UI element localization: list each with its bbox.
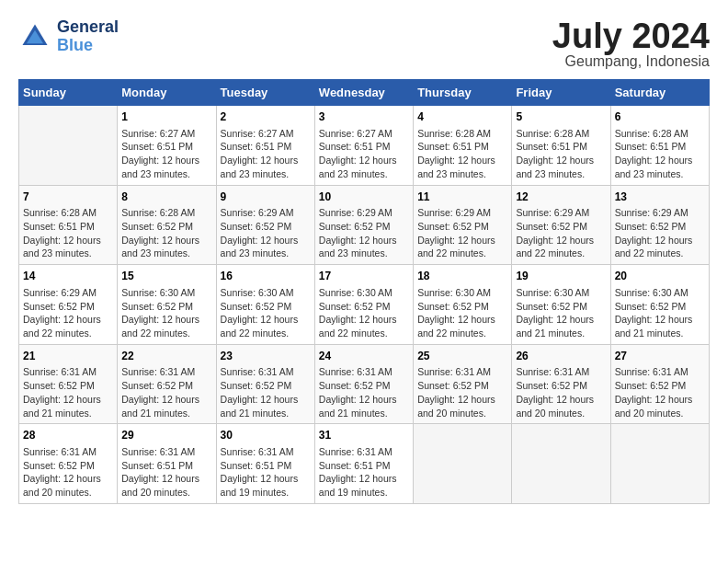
day-info: Sunrise: 6:28 AM Sunset: 6:51 PM Dayligh… (417, 127, 507, 181)
day-info: Sunrise: 6:31 AM Sunset: 6:51 PM Dayligh… (121, 445, 211, 500)
day-number: 23 (221, 349, 311, 364)
logo: General Blue (18, 18, 119, 55)
day-info: Sunrise: 6:28 AM Sunset: 6:52 PM Dayligh… (121, 206, 211, 260)
col-header-wednesday: Wednesday (314, 80, 413, 106)
day-info: Sunrise: 6:31 AM Sunset: 6:51 PM Dayligh… (221, 445, 311, 500)
day-number: 17 (319, 269, 409, 284)
calendar-cell: 24Sunrise: 6:31 AM Sunset: 6:52 PM Dayli… (314, 344, 413, 424)
day-info: Sunrise: 6:29 AM Sunset: 6:52 PM Dayligh… (615, 206, 705, 260)
col-header-friday: Friday (512, 80, 610, 106)
calendar-cell (414, 424, 512, 504)
day-number: 14 (23, 269, 113, 284)
calendar-week-row: 21Sunrise: 6:31 AM Sunset: 6:52 PM Dayli… (19, 344, 710, 424)
day-number: 20 (615, 269, 705, 284)
day-number: 2 (221, 109, 311, 125)
day-number: 18 (417, 269, 507, 284)
day-number: 8 (121, 190, 211, 205)
day-info: Sunrise: 6:28 AM Sunset: 6:51 PM Dayligh… (516, 127, 606, 181)
calendar-cell: 22Sunrise: 6:31 AM Sunset: 6:52 PM Dayli… (118, 344, 216, 424)
day-info: Sunrise: 6:29 AM Sunset: 6:52 PM Dayligh… (221, 206, 311, 260)
day-info: Sunrise: 6:31 AM Sunset: 6:52 PM Dayligh… (23, 365, 113, 419)
day-info: Sunrise: 6:30 AM Sunset: 6:52 PM Dayligh… (417, 286, 507, 340)
calendar-cell (512, 424, 610, 504)
day-number: 13 (615, 190, 705, 205)
day-info: Sunrise: 6:29 AM Sunset: 6:52 PM Dayligh… (516, 206, 606, 260)
day-number: 3 (319, 109, 409, 125)
day-info: Sunrise: 6:28 AM Sunset: 6:51 PM Dayligh… (23, 206, 113, 260)
calendar-week-row: 28Sunrise: 6:31 AM Sunset: 6:52 PM Dayli… (19, 424, 710, 504)
calendar-cell: 8Sunrise: 6:28 AM Sunset: 6:52 PM Daylig… (118, 185, 216, 265)
day-number: 10 (319, 190, 409, 205)
calendar-header-row: SundayMondayTuesdayWednesdayThursdayFrid… (19, 80, 710, 106)
day-number: 12 (516, 190, 606, 205)
day-info: Sunrise: 6:27 AM Sunset: 6:51 PM Dayligh… (221, 127, 311, 181)
col-header-thursday: Thursday (414, 80, 512, 106)
day-info: Sunrise: 6:29 AM Sunset: 6:52 PM Dayligh… (23, 286, 113, 340)
calendar-cell: 12Sunrise: 6:29 AM Sunset: 6:52 PM Dayli… (512, 185, 610, 265)
day-info: Sunrise: 6:30 AM Sunset: 6:52 PM Dayligh… (615, 286, 705, 340)
calendar-cell: 17Sunrise: 6:30 AM Sunset: 6:52 PM Dayli… (314, 265, 413, 345)
calendar-week-row: 1Sunrise: 6:27 AM Sunset: 6:51 PM Daylig… (19, 106, 710, 186)
day-info: Sunrise: 6:29 AM Sunset: 6:52 PM Dayligh… (319, 206, 409, 260)
day-number: 24 (319, 349, 409, 364)
calendar-cell: 2Sunrise: 6:27 AM Sunset: 6:51 PM Daylig… (216, 106, 314, 186)
day-number: 7 (23, 190, 113, 205)
day-number: 26 (516, 349, 606, 364)
col-header-sunday: Sunday (19, 80, 118, 106)
calendar-cell: 26Sunrise: 6:31 AM Sunset: 6:52 PM Dayli… (512, 344, 610, 424)
calendar-cell: 21Sunrise: 6:31 AM Sunset: 6:52 PM Dayli… (19, 344, 118, 424)
day-info: Sunrise: 6:31 AM Sunset: 6:52 PM Dayligh… (319, 365, 409, 419)
day-number: 30 (221, 428, 311, 443)
day-info: Sunrise: 6:31 AM Sunset: 6:51 PM Dayligh… (319, 445, 409, 500)
day-info: Sunrise: 6:31 AM Sunset: 6:52 PM Dayligh… (417, 365, 507, 419)
calendar-cell: 30Sunrise: 6:31 AM Sunset: 6:51 PM Dayli… (216, 424, 314, 504)
day-info: Sunrise: 6:27 AM Sunset: 6:51 PM Dayligh… (121, 127, 211, 181)
day-number: 16 (221, 269, 311, 284)
calendar-cell: 25Sunrise: 6:31 AM Sunset: 6:52 PM Dayli… (414, 344, 512, 424)
day-number: 27 (615, 349, 705, 364)
day-number: 4 (417, 109, 507, 125)
day-number: 5 (516, 109, 606, 125)
day-info: Sunrise: 6:27 AM Sunset: 6:51 PM Dayligh… (319, 127, 409, 181)
day-info: Sunrise: 6:28 AM Sunset: 6:51 PM Dayligh… (615, 127, 705, 181)
calendar-cell (19, 106, 118, 186)
day-info: Sunrise: 6:30 AM Sunset: 6:52 PM Dayligh… (221, 286, 311, 340)
calendar-cell: 19Sunrise: 6:30 AM Sunset: 6:52 PM Dayli… (512, 265, 610, 345)
calendar-cell: 10Sunrise: 6:29 AM Sunset: 6:52 PM Dayli… (314, 185, 413, 265)
logo-icon (18, 20, 51, 53)
calendar-cell: 14Sunrise: 6:29 AM Sunset: 6:52 PM Dayli… (19, 265, 118, 345)
day-info: Sunrise: 6:30 AM Sunset: 6:52 PM Dayligh… (516, 286, 606, 340)
calendar-cell: 3Sunrise: 6:27 AM Sunset: 6:51 PM Daylig… (314, 106, 413, 186)
day-number: 21 (23, 349, 113, 364)
month-year: July 2024 (552, 18, 710, 53)
calendar-week-row: 14Sunrise: 6:29 AM Sunset: 6:52 PM Dayli… (19, 265, 710, 345)
day-number: 19 (516, 269, 606, 284)
calendar-cell: 28Sunrise: 6:31 AM Sunset: 6:52 PM Dayli… (19, 424, 118, 504)
location: Geumpang, Indonesia (552, 53, 710, 70)
col-header-saturday: Saturday (610, 80, 709, 106)
calendar-cell: 4Sunrise: 6:28 AM Sunset: 6:51 PM Daylig… (414, 106, 512, 186)
page-header: General Blue July 2024 Geumpang, Indones… (18, 18, 710, 70)
day-number: 28 (23, 428, 113, 443)
day-number: 31 (319, 428, 409, 443)
calendar-cell: 15Sunrise: 6:30 AM Sunset: 6:52 PM Dayli… (118, 265, 216, 345)
col-header-monday: Monday (118, 80, 216, 106)
title-block: July 2024 Geumpang, Indonesia (552, 18, 710, 70)
day-number: 25 (417, 349, 507, 364)
day-number: 11 (417, 190, 507, 205)
day-info: Sunrise: 6:29 AM Sunset: 6:52 PM Dayligh… (417, 206, 507, 260)
col-header-tuesday: Tuesday (216, 80, 314, 106)
calendar-cell: 11Sunrise: 6:29 AM Sunset: 6:52 PM Dayli… (414, 185, 512, 265)
day-number: 15 (121, 269, 211, 284)
calendar-cell: 9Sunrise: 6:29 AM Sunset: 6:52 PM Daylig… (216, 185, 314, 265)
calendar-cell: 20Sunrise: 6:30 AM Sunset: 6:52 PM Dayli… (610, 265, 709, 345)
calendar-cell: 7Sunrise: 6:28 AM Sunset: 6:51 PM Daylig… (19, 185, 118, 265)
calendar-cell: 31Sunrise: 6:31 AM Sunset: 6:51 PM Dayli… (314, 424, 413, 504)
logo-text: General Blue (57, 18, 119, 55)
day-info: Sunrise: 6:30 AM Sunset: 6:52 PM Dayligh… (121, 286, 211, 340)
calendar-cell: 5Sunrise: 6:28 AM Sunset: 6:51 PM Daylig… (512, 106, 610, 186)
day-number: 6 (615, 109, 705, 125)
calendar-cell: 23Sunrise: 6:31 AM Sunset: 6:52 PM Dayli… (216, 344, 314, 424)
calendar-cell: 1Sunrise: 6:27 AM Sunset: 6:51 PM Daylig… (118, 106, 216, 186)
calendar-cell (610, 424, 709, 504)
